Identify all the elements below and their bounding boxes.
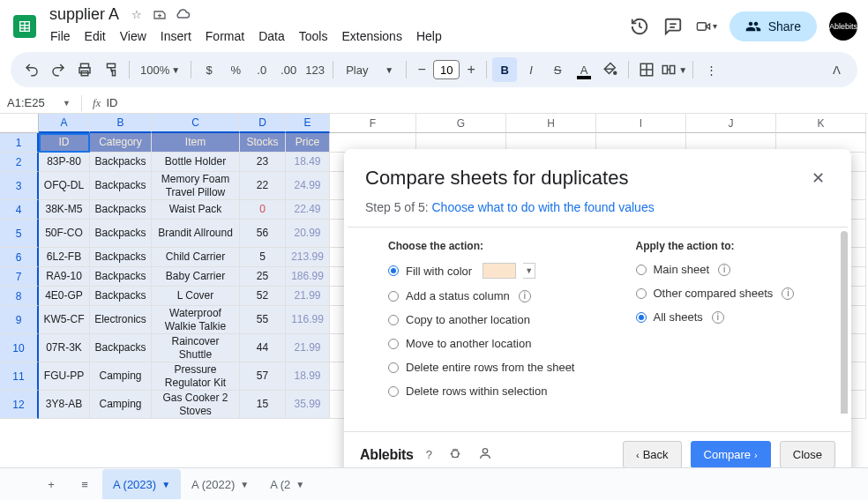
cell-B2[interactable]: Backpacks: [90, 153, 152, 172]
cell-C1[interactable]: Item: [152, 133, 240, 153]
help-tooltip-icon[interactable]: i: [782, 287, 794, 300]
help-tooltip-icon[interactable]: i: [718, 264, 730, 276]
col-header-G[interactable]: G: [416, 114, 506, 133]
radio-icon[interactable]: [388, 362, 399, 373]
all-sheets-button[interactable]: ≡: [69, 471, 101, 497]
row-header-11[interactable]: 11: [0, 362, 39, 391]
menu-help[interactable]: Help: [410, 26, 448, 47]
cell-E10[interactable]: 21.99: [286, 334, 330, 362]
redo-button[interactable]: [46, 57, 71, 82]
cell-D11[interactable]: 57: [240, 362, 286, 391]
cell-E11[interactable]: 18.99: [286, 362, 330, 391]
cell-C10[interactable]: Raincover Shuttle: [152, 334, 240, 362]
dialog-scrollbar[interactable]: [841, 231, 848, 414]
row-header-7[interactable]: 7: [0, 267, 39, 287]
menu-extensions[interactable]: Extensions: [335, 26, 408, 47]
cell-D6[interactable]: 5: [240, 248, 286, 267]
cell-B10[interactable]: Backpacks: [90, 334, 152, 362]
col-header-J[interactable]: J: [686, 114, 776, 133]
fill-color-button[interactable]: [598, 57, 623, 82]
collapse-toolbar-button[interactable]: ᐱ: [824, 57, 849, 82]
row-header-2[interactable]: 2: [0, 153, 39, 172]
compare-button[interactable]: Compare›: [691, 441, 771, 468]
radio-icon[interactable]: [388, 315, 399, 325]
dialog-close-button[interactable]: ✕: [806, 167, 830, 190]
share-button[interactable]: Share: [730, 11, 817, 41]
cell-E5[interactable]: 20.99: [286, 220, 330, 248]
more-formats-button[interactable]: 123: [303, 57, 327, 82]
cell-E7[interactable]: 186.99: [286, 267, 330, 287]
radio-icon[interactable]: [388, 265, 399, 276]
cell-A10[interactable]: 07R-3K: [39, 334, 90, 362]
document-title[interactable]: supplier A: [46, 5, 123, 24]
cell-B11[interactable]: Camping: [90, 362, 152, 391]
strikethrough-button[interactable]: S: [545, 57, 570, 82]
font-size-decrease[interactable]: −: [412, 59, 431, 80]
undo-button[interactable]: [19, 57, 44, 82]
col-header-D[interactable]: D: [240, 114, 286, 133]
borders-button[interactable]: [634, 57, 659, 82]
cell-E4[interactable]: 22.49: [286, 200, 330, 220]
cloud-status-icon[interactable]: [174, 6, 191, 24]
cell-A2[interactable]: 83P-80: [39, 153, 90, 172]
cell-B4[interactable]: Backpacks: [90, 200, 152, 220]
cell-C11[interactable]: Pressure Regulator Kit: [152, 362, 240, 391]
row-header-1[interactable]: 1: [0, 133, 39, 153]
bold-button[interactable]: B: [492, 57, 517, 82]
cell-E1[interactable]: Price: [286, 133, 330, 153]
row-header-4[interactable]: 4: [0, 200, 39, 220]
action-option-5[interactable]: Delete rows within selection: [388, 384, 583, 398]
radio-icon[interactable]: [388, 291, 399, 302]
cell-C5[interactable]: Brandit Allround: [152, 220, 240, 248]
font-size-increase[interactable]: +: [461, 59, 481, 80]
cell-D12[interactable]: 15: [240, 391, 286, 419]
comment-icon[interactable]: [662, 16, 684, 37]
cell-D1[interactable]: Stocks: [240, 133, 286, 153]
chevron-down-icon[interactable]: ▼: [240, 480, 249, 489]
cell-C7[interactable]: Baby Carrier: [152, 267, 240, 287]
cell-D3[interactable]: 22: [240, 172, 286, 200]
step-description-link[interactable]: Choose what to do with the found values: [432, 200, 655, 214]
cell-C2[interactable]: Bottle Holder: [152, 153, 240, 172]
menu-format[interactable]: Format: [199, 26, 251, 47]
currency-button[interactable]: $: [197, 57, 221, 82]
col-header-B[interactable]: B: [90, 114, 152, 133]
help-tooltip-icon[interactable]: i: [519, 290, 531, 302]
cell-E2[interactable]: 18.49: [286, 153, 330, 172]
cell-E8[interactable]: 21.99: [286, 287, 330, 306]
formula-bar-content[interactable]: ID: [106, 96, 117, 109]
target-option-2[interactable]: All sheetsi: [636, 310, 831, 324]
cell-B7[interactable]: Backpacks: [90, 267, 152, 287]
cell-D9[interactable]: 55: [240, 306, 286, 334]
menu-edit[interactable]: Edit: [79, 26, 112, 47]
row-header-8[interactable]: 8: [0, 287, 39, 306]
cell-D4[interactable]: 0: [240, 200, 286, 220]
cell-A12[interactable]: 3Y8-AB: [39, 391, 90, 419]
bug-icon[interactable]: [445, 443, 466, 466]
sheets-logo[interactable]: [7, 9, 42, 44]
cell-B3[interactable]: Backpacks: [90, 172, 152, 200]
move-icon[interactable]: [151, 6, 168, 24]
sheet-tab-2[interactable]: A (2▼: [259, 469, 315, 499]
cell-A7[interactable]: RA9-10: [39, 267, 90, 287]
radio-icon[interactable]: [636, 265, 647, 275]
col-header-I[interactable]: I: [596, 114, 686, 133]
cell-C12[interactable]: Gas Cooker 2 Stoves: [152, 391, 240, 419]
cell-E3[interactable]: 24.99: [286, 172, 330, 200]
cell-A6[interactable]: 6L2-FB: [39, 248, 90, 267]
sheet-tab-0[interactable]: A (2023)▼: [102, 469, 181, 499]
meet-icon[interactable]: ▾: [696, 16, 717, 37]
account-avatar[interactable]: Ablebits: [829, 12, 857, 41]
cell-A8[interactable]: 4E0-GP: [39, 287, 90, 306]
action-option-3[interactable]: Move to another location: [388, 337, 583, 350]
menu-tools[interactable]: Tools: [293, 26, 334, 47]
cell-D10[interactable]: 44: [240, 334, 286, 362]
cell-C9[interactable]: Waterproof Walkie Talkie: [152, 306, 240, 334]
radio-icon[interactable]: [388, 339, 399, 349]
row-header-9[interactable]: 9: [0, 306, 39, 334]
cell-A1[interactable]: ID: [39, 133, 90, 153]
help-tooltip-icon[interactable]: i: [712, 311, 724, 324]
action-option-2[interactable]: Copy to another location: [388, 313, 583, 326]
cell-B6[interactable]: Backpacks: [90, 248, 152, 267]
menu-insert[interactable]: Insert: [154, 26, 198, 47]
